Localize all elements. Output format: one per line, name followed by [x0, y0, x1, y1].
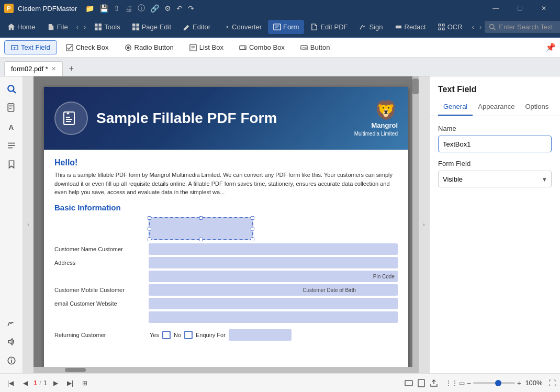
- svg-rect-31: [9, 107, 13, 107]
- forward-arrow[interactable]: ›: [82, 22, 88, 32]
- selected-text-field[interactable]: [149, 217, 253, 240]
- radio-button-button[interactable]: Radio Button: [118, 40, 181, 54]
- svg-rect-7: [136, 27, 139, 30]
- pdf-header: Sample Fillable PDF Form 🦁 Mangrol Multi…: [44, 87, 408, 150]
- share-icon[interactable]: ⇧: [114, 4, 120, 13]
- tab-close-icon[interactable]: ✕: [51, 65, 56, 72]
- sidebar-info-icon[interactable]: [3, 352, 20, 369]
- window-controls: — ☐ ✕: [484, 0, 556, 17]
- pin-icon[interactable]: 📌: [545, 42, 556, 52]
- minimize-button[interactable]: —: [484, 0, 508, 17]
- undo-icon[interactable]: ↶: [176, 4, 183, 13]
- tab-appearance[interactable]: Appearance: [473, 98, 520, 116]
- continuous-scroll-icon[interactable]: ⋮⋮: [445, 379, 458, 387]
- fit-page-btn[interactable]: ⊞: [79, 377, 91, 389]
- menu-converter[interactable]: Converter: [217, 20, 267, 34]
- pin-code-label: Pin Code: [373, 273, 395, 279]
- sidebar-pages-icon[interactable]: [3, 99, 20, 116]
- menu-home[interactable]: Home: [2, 20, 41, 34]
- export-icon[interactable]: [429, 378, 439, 388]
- address-field-1[interactable]: [149, 257, 398, 268]
- collapse-left-button[interactable]: ‹: [23, 76, 33, 373]
- scrollbar-thumb[interactable]: [412, 79, 419, 94]
- combo-box-button[interactable]: Combo Box: [232, 40, 292, 54]
- form-field-select[interactable]: Visible Hidden No Print No View: [438, 171, 552, 187]
- address-field-2[interactable]: Pin Code: [149, 271, 398, 282]
- prev-page-arrow[interactable]: ‹: [470, 22, 476, 32]
- menu-sign[interactable]: Sign: [354, 20, 388, 34]
- search-input[interactable]: [499, 23, 560, 31]
- print-icon[interactable]: 🖨: [125, 4, 132, 13]
- settings-icon[interactable]: ⚙: [164, 4, 171, 13]
- last-page-btn[interactable]: ▶|: [64, 377, 76, 389]
- name-input[interactable]: [438, 136, 552, 152]
- menu-redact[interactable]: Redact: [389, 20, 431, 34]
- menu-edit-pdf[interactable]: Edit PDF: [305, 20, 353, 34]
- pdf-header-icon: [54, 102, 88, 135]
- tab-options[interactable]: Options: [520, 98, 554, 116]
- add-tab-icon[interactable]: +: [69, 64, 74, 73]
- collapse-right-button[interactable]: ›: [419, 76, 429, 373]
- menu-tools[interactable]: Tools: [89, 20, 125, 34]
- save-icon[interactable]: 💾: [99, 4, 108, 13]
- sidebar-volume-icon[interactable]: [3, 333, 20, 350]
- help-icon[interactable]: ⓘ: [138, 4, 145, 13]
- sidebar-search-icon[interactable]: [3, 81, 20, 97]
- back-arrow[interactable]: ‹: [74, 22, 81, 32]
- page-current: 1: [33, 379, 37, 387]
- mobile-field[interactable]: Customer Date of Birth: [149, 284, 398, 296]
- close-button[interactable]: ✕: [532, 0, 556, 17]
- pdf-tab[interactable]: form02.pdf * ✕: [4, 61, 63, 76]
- email-field[interactable]: [149, 298, 398, 309]
- scrollbar-vertical[interactable]: [412, 76, 419, 373]
- first-page-btn[interactable]: |◀: [4, 377, 17, 389]
- sidebar-text-icon[interactable]: A: [3, 118, 20, 135]
- fit-width-icon[interactable]: [404, 378, 414, 388]
- mobile-row: Customer Mobile Customer Customer Date o…: [54, 284, 398, 296]
- next-page-btn[interactable]: ▶: [49, 377, 62, 389]
- scrollbar-horizontal[interactable]: [33, 367, 419, 373]
- next-page-arrow[interactable]: ›: [477, 22, 484, 32]
- check-box-button[interactable]: Check Box: [59, 40, 116, 54]
- redo-icon[interactable]: ↷: [188, 4, 194, 13]
- list-box-button[interactable]: List Box: [183, 40, 230, 54]
- menu-page-edit[interactable]: Page Edit: [127, 20, 176, 34]
- zoom-in-button[interactable]: +: [517, 379, 521, 387]
- sidebar-signature-icon[interactable]: [3, 315, 20, 331]
- zoom-controls: − + 100% ⛶: [467, 379, 556, 387]
- svg-text:OK: OK: [302, 46, 307, 50]
- zoom-out-button[interactable]: −: [467, 379, 471, 387]
- returning-customer-row: Returning Customer Yes No Enquiry For: [54, 327, 398, 341]
- svg-rect-41: [405, 380, 412, 386]
- tab-general[interactable]: General: [438, 98, 473, 116]
- app-logo: P: [4, 4, 14, 13]
- button-button[interactable]: OK Button: [294, 40, 337, 54]
- enquiry-field[interactable]: [229, 329, 292, 341]
- menu-form[interactable]: Form: [268, 20, 304, 34]
- maximize-button[interactable]: ☐: [508, 0, 532, 17]
- status-bar: |◀ ◀ 1 / 1 ▶ ▶| ⊞ ⋮⋮ ▭ − + 100% ⛶: [0, 373, 560, 392]
- fit-page-icon[interactable]: [416, 378, 427, 388]
- pdf-scroll[interactable]: Sample Fillable PDF Form 🦁 Mangrol Multi…: [33, 76, 419, 367]
- search-box[interactable]: [485, 21, 560, 33]
- menu-editor[interactable]: Editor: [177, 20, 216, 34]
- text-field-button[interactable]: T Text Field: [4, 40, 57, 54]
- sidebar-list-icon[interactable]: [3, 137, 20, 154]
- dob-label: Customer Date of Birth: [303, 287, 356, 293]
- expand-button[interactable]: ⛶: [548, 379, 556, 387]
- menu-file[interactable]: File: [42, 20, 73, 34]
- new-tab-button[interactable]: +: [63, 61, 77, 76]
- no-checkbox[interactable]: [184, 331, 193, 339]
- scrollbar-h-thumb[interactable]: [65, 368, 86, 372]
- yes-checkbox[interactable]: [162, 331, 171, 339]
- menu-ocr[interactable]: OCR: [432, 20, 468, 34]
- open-icon[interactable]: 📁: [85, 4, 94, 13]
- website-field[interactable]: [149, 311, 398, 323]
- prev-page-btn[interactable]: ◀: [19, 377, 31, 389]
- svg-rect-3: [99, 27, 102, 30]
- zoom-slider[interactable]: [473, 382, 515, 384]
- sidebar-bookmark-icon[interactable]: [3, 156, 20, 173]
- customer-name-field[interactable]: [149, 243, 398, 255]
- single-page-icon[interactable]: ▭: [459, 379, 465, 387]
- link-icon[interactable]: 🔗: [150, 4, 159, 13]
